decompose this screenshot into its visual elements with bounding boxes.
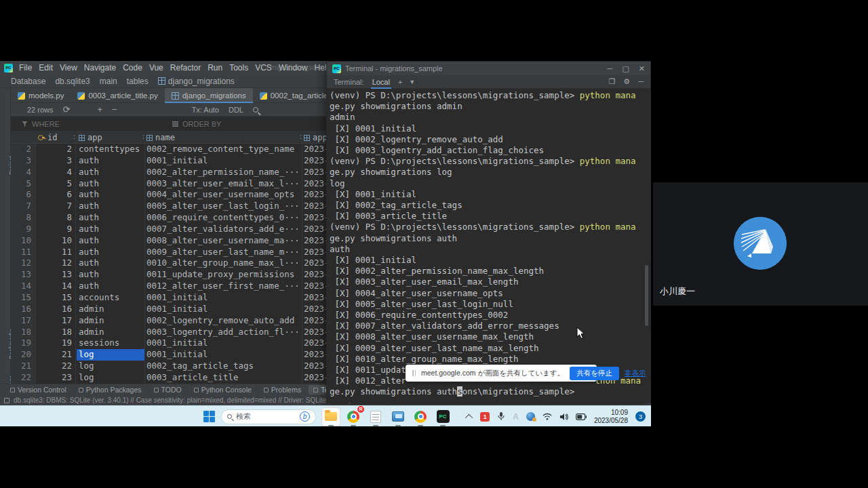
toolwindow-problems[interactable]: Problems	[259, 385, 306, 394]
table-row[interactable]: 1818admin0003_logentry_add_action_fl···2…	[11, 327, 326, 338]
table-row[interactable]: 2021log0001_initial2023-0	[11, 349, 326, 361]
globe-icon[interactable]	[526, 412, 535, 421]
cell-num[interactable]: 2	[11, 144, 31, 155]
cell-applied[interactable]: 2023-0	[304, 212, 326, 224]
ddl-button[interactable]: DDL	[229, 106, 243, 114]
cell-app[interactable]: auth	[79, 269, 144, 281]
cell-id[interactable]: 15	[38, 292, 72, 304]
search-icon[interactable]	[253, 107, 258, 113]
taskbar-clock[interactable]: 10:09 2023/05/28	[594, 409, 628, 425]
toolwindow-python-packages[interactable]: Python Packages	[74, 385, 146, 394]
cell-app[interactable]: admin	[79, 304, 144, 315]
cell-app[interactable]: sessions	[79, 338, 144, 349]
cell-name[interactable]: 0007_alter_validators_add_e···	[146, 224, 301, 235]
cell-app[interactable]: log	[79, 361, 144, 372]
menu-code[interactable]: Code	[119, 63, 146, 73]
minimize-panel-icon[interactable]: ─	[638, 77, 644, 86]
cell-name[interactable]: 0003_alter_user_email_max_l···	[146, 178, 301, 190]
cell-applied[interactable]: 2023-0	[304, 189, 326, 201]
cell-name[interactable]: 0002_logentry_remove_auto_add	[146, 315, 301, 327]
add-row-icon[interactable]: +	[97, 105, 102, 114]
cell-id[interactable]: 8	[38, 212, 72, 224]
start-button[interactable]	[203, 411, 215, 422]
table-row[interactable]: 22contenttypes0002_remove_content_type_n…	[11, 144, 326, 155]
table-row[interactable]: 1515accounts0001_initial2023-0	[11, 292, 326, 304]
toolwindow-python-console[interactable]: Python Console	[189, 385, 256, 394]
table-row[interactable]: 2122log0002_tag_article_tags2023-0	[11, 361, 326, 372]
restore-icon[interactable]: ❐	[608, 77, 615, 86]
cell-num[interactable]: 11	[11, 247, 31, 258]
maximize-icon[interactable]: ▢	[622, 64, 629, 73]
cell-id[interactable]: 10	[38, 235, 72, 247]
microphone-icon[interactable]	[497, 411, 505, 422]
cell-name[interactable]: 0011_update_proxy_permissions	[146, 269, 301, 281]
cell-applied[interactable]: 2023-0	[304, 292, 326, 304]
cell-num[interactable]: 13	[11, 269, 31, 281]
wifi-icon[interactable]	[542, 413, 552, 420]
table-row[interactable]: 55auth0003_alter_user_email_max_l···2023…	[11, 178, 326, 190]
volume-icon[interactable]	[559, 413, 568, 421]
cell-num[interactable]: 4	[11, 167, 31, 178]
cell-name[interactable]: 0005_alter_user_last_login_···	[146, 201, 301, 212]
cell-id[interactable]: 2	[38, 144, 72, 155]
stop-sharing-button[interactable]: 共有を停止	[570, 367, 619, 380]
breadcrumb-item-db.sqlite3[interactable]: db.sqlite3	[55, 77, 90, 86]
cell-app[interactable]: auth	[79, 281, 144, 292]
table-row[interactable]: 1111auth0009_alter_user_last_name_m···20…	[11, 247, 326, 258]
cell-num[interactable]: 18	[11, 327, 31, 338]
cell-id[interactable]: 4	[38, 167, 72, 178]
cell-app[interactable]: admin	[79, 327, 144, 338]
hide-notification-link[interactable]: 非表示	[625, 369, 646, 378]
table-row[interactable]: 44auth0002_alter_permission_name_···2023…	[11, 167, 326, 178]
chevron-down-icon[interactable]: ▼	[409, 79, 415, 85]
cell-name[interactable]: 0002_remove_content_type_name	[146, 144, 301, 155]
cell-num[interactable]: 10	[11, 235, 31, 247]
cell-applied[interactable]: 2023-0	[304, 201, 326, 212]
cell-applied[interactable]: 2023-0	[304, 235, 326, 247]
cell-app[interactable]: accounts	[79, 292, 144, 304]
order-by-field[interactable]: ORDER BY	[182, 120, 221, 128]
menu-run[interactable]: Run	[204, 63, 226, 73]
table-row[interactable]: 2223log0003_article_title2023-0	[11, 372, 326, 384]
cell-applied[interactable]: 2023-0	[304, 144, 326, 155]
menu-file[interactable]: File	[16, 63, 35, 73]
taskbar-app-pycharm[interactable]: PC	[434, 408, 452, 426]
cell-id[interactable]: 23	[38, 372, 72, 384]
cell-id[interactable]: 11	[38, 247, 72, 258]
breadcrumb-item-django_migrations[interactable]: django_migrations	[158, 77, 235, 86]
cell-applied[interactable]: 2023-0	[304, 327, 326, 338]
cell-num[interactable]: 12	[11, 258, 31, 269]
antenna-icon[interactable]: A	[513, 412, 519, 422]
cell-name[interactable]: 0002_tag_article_tags	[146, 361, 301, 372]
cell-id[interactable]: 12	[38, 258, 72, 269]
cell-applied[interactable]: 2023-0	[304, 269, 326, 281]
table-row[interactable]: 1313auth0011_update_proxy_permissions202…	[11, 269, 326, 281]
cell-num[interactable]: 21	[11, 361, 31, 372]
tx-mode-dropdown[interactable]: Tx: Auto	[192, 106, 219, 114]
cell-num[interactable]: 7	[11, 201, 31, 212]
tab-django_migrations[interactable]: django_migrations	[165, 88, 253, 103]
table-row[interactable]: 1717admin0002_logentry_remove_auto_add20…	[11, 315, 326, 327]
cell-id[interactable]: 7	[38, 201, 72, 212]
toolwindow-todo[interactable]: TODO	[149, 385, 186, 394]
cell-applied[interactable]: 2023-0	[304, 247, 326, 258]
cell-name[interactable]: 0010_alter_group_name_max_l···	[146, 258, 301, 269]
column-header-app[interactable]: app	[79, 131, 143, 144]
cell-id[interactable]: 6	[38, 189, 72, 201]
tray-chevron-up-icon[interactable]	[465, 413, 473, 421]
cell-name[interactable]: 0001_initial	[146, 304, 301, 315]
cell-app[interactable]: auth	[79, 247, 144, 258]
breadcrumb-item-tables[interactable]: tables	[127, 77, 149, 86]
taskbar-app-explorer[interactable]	[322, 408, 340, 426]
cell-name[interactable]: 0003_logentry_add_action_fl···	[146, 327, 301, 338]
cell-name[interactable]: 0001_initial	[146, 155, 301, 167]
cell-app[interactable]: admin	[79, 315, 144, 327]
new-session-icon[interactable]: +	[398, 78, 402, 86]
taskbar-search-input[interactable]: 検索 b	[221, 409, 316, 424]
cell-id[interactable]: 3	[38, 155, 72, 167]
table-row[interactable]: 1010auth0008_alter_user_username_ma···20…	[11, 235, 326, 247]
cell-num[interactable]: 15	[11, 292, 31, 304]
terminal-session-tab[interactable]: Local	[371, 75, 391, 89]
menu-refactor[interactable]: Refactor	[167, 63, 204, 73]
cell-applied[interactable]: 2023-0	[304, 155, 326, 167]
